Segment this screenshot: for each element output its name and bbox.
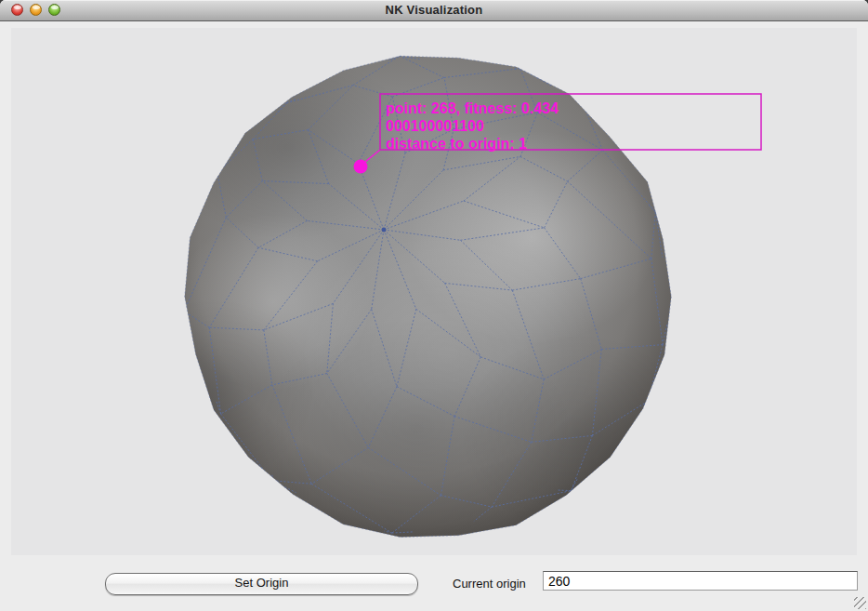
current-origin-label: Current origin (453, 577, 526, 591)
current-origin-input[interactable] (543, 571, 858, 591)
app-window: NK Visualization (0, 0, 868, 611)
selected-point-marker[interactable] (354, 160, 368, 174)
tooltip-line-distance: distance to origin: 1 (386, 136, 527, 152)
nk-sphere-scene[interactable]: point: 268, fitness: 0.434 000100001100 … (11, 28, 857, 555)
set-origin-button[interactable]: Set Origin (105, 573, 418, 595)
window-title: NK Visualization (0, 3, 868, 17)
tooltip-line-point-fitness: point: 268, fitness: 0.434 (386, 100, 559, 116)
title-bar[interactable]: NK Visualization (0, 0, 868, 21)
resize-grip-icon[interactable] (854, 597, 866, 609)
visualization-canvas[interactable]: point: 268, fitness: 0.434 000100001100 … (11, 28, 857, 555)
tooltip-line-bitstring: 000100001100 (386, 118, 484, 134)
